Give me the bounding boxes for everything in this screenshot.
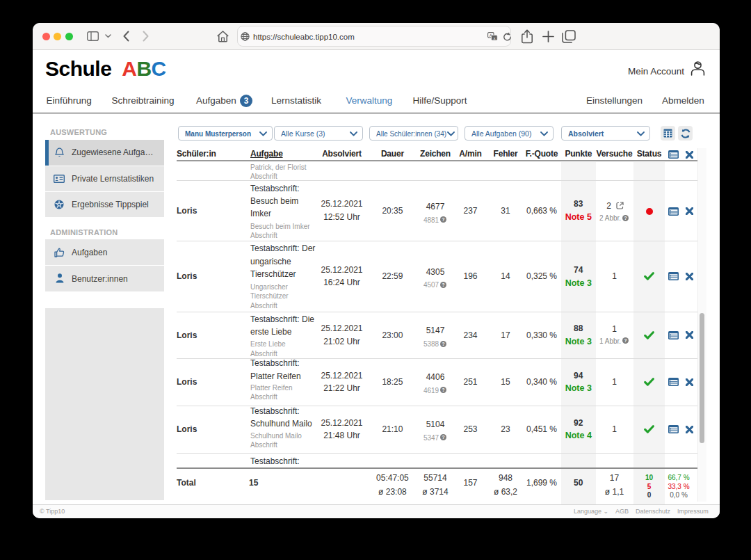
svg-text:x: x bbox=[493, 36, 495, 40]
svg-text:?: ? bbox=[442, 217, 444, 222]
svg-text:?: ? bbox=[624, 215, 627, 220]
svg-text:?: ? bbox=[442, 282, 444, 287]
svg-text:?: ? bbox=[442, 387, 444, 392]
svg-text:?: ? bbox=[442, 341, 444, 346]
svg-text:?: ? bbox=[624, 338, 627, 343]
svg-text:?: ? bbox=[442, 435, 444, 440]
svg-text:A: A bbox=[490, 33, 492, 38]
